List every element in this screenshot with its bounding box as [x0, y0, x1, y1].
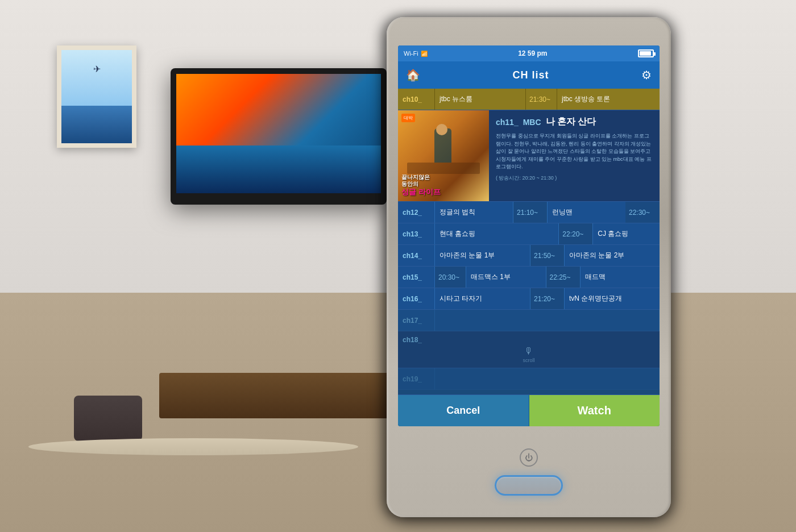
channel-row-ch17[interactable]: ch17_	[398, 310, 660, 331]
ch16-next: tvN 순위명단공개	[565, 288, 660, 309]
ch11-thumbnail: 대박 끝나지않은 동안의 싱글 라이프	[398, 110, 489, 201]
channel-row-ch10[interactable]: ch10_ jtbc 뉴스룸 21:30~ jtbc 생방송 토론	[398, 89, 660, 110]
ch15-next-time: 22:25~	[546, 267, 581, 288]
ch14-number: ch14_	[398, 245, 435, 266]
ch13-time: 22:20~	[559, 223, 593, 244]
header-bar: 🏠 CH list ⚙	[398, 61, 660, 89]
ch16-time: 21:20~	[530, 288, 565, 309]
battery-fill	[640, 51, 651, 56]
status-time: 12 59 pm	[518, 49, 547, 57]
home-button[interactable]: 🏠	[406, 68, 420, 82]
ch11-description: 전현무를 중심으로 무지개 회원들의 싱글 라이프를 소개하는 프로그램이다. …	[496, 132, 653, 171]
device-container: Wi-Fi 📶 12 59 pm 🏠 CH list ⚙	[387, 17, 671, 517]
ch12-number: ch12_	[398, 202, 435, 223]
watch-button[interactable]: Watch	[529, 395, 660, 426]
power-button[interactable]: ⏻	[520, 448, 538, 467]
wall-painting: ✈	[57, 45, 136, 148]
channel-row-ch16[interactable]: ch16_ 시타고 타자기 21:20~ tvN 순위명단공개	[398, 288, 660, 310]
cancel-button[interactable]: Cancel	[398, 395, 529, 426]
channel-row-ch14[interactable]: ch14_ 아마존의 눈물 1부 21:50~ 아마존의 눈물 2부	[398, 245, 660, 267]
channel-row-ch18[interactable]: ch18_ 🎙 scroll	[398, 331, 660, 368]
ch16-number: ch16_	[398, 288, 435, 309]
ch15-number: ch15_	[398, 267, 435, 288]
channel-row-ch12[interactable]: ch12_ 정글의 법칙 21:10~ 런닝맨 22:30~	[398, 202, 660, 223]
ch10-program: jtbc 뉴스룸	[435, 89, 526, 110]
tv-screen	[176, 74, 381, 193]
ch11-thumb-text: 끝나지않은 동안의 싱글 라이프	[401, 174, 441, 197]
ch10-next: jtbc 생방송 토론	[557, 89, 660, 110]
settings-button[interactable]: ⚙	[641, 68, 652, 82]
tv-cabinet	[159, 373, 398, 418]
wifi-indicator: Wi-Fi 📶	[404, 50, 428, 57]
ch14-next: 아마존의 눈물 2부	[565, 245, 660, 266]
ch19-program	[435, 368, 660, 389]
ch15-time: 20:30~	[435, 267, 466, 288]
scroll-label: scroll	[523, 358, 534, 363]
channel-list: ch10_ jtbc 뉴스룸 21:30~ jtbc 생방송 토론	[398, 89, 660, 394]
home-oval-button[interactable]	[495, 475, 563, 496]
ch10-number: ch10_	[398, 89, 435, 110]
channel-row-ch13[interactable]: ch13_ 현대 홈쇼핑 22:20~ CJ 홈쇼핑	[398, 223, 660, 245]
device-frame: Wi-Fi 📶 12 59 pm 🏠 CH list ⚙	[387, 17, 671, 517]
ch13-number: ch13_	[398, 223, 435, 244]
wifi-signal-icon: 📶	[421, 51, 428, 57]
wifi-icon: Wi-Fi	[404, 50, 418, 57]
ch11-title: 나 혼자 산다	[546, 116, 596, 128]
channel-row-ch19[interactable]: ch19_	[398, 368, 660, 390]
ch15-next: 매드맥	[581, 267, 660, 288]
ch16-program: 시타고 타자기	[435, 288, 530, 309]
ch11-number: ch11_	[496, 118, 519, 127]
ch18-number: ch18_	[398, 336, 422, 344]
ch19-number: ch19_	[398, 368, 435, 389]
ch12-next-time: 22:30~	[625, 202, 660, 223]
page-title: CH list	[512, 69, 549, 81]
scroll-icon: 🎙	[524, 346, 533, 356]
ch13-program: 현대 홈쇼핑	[435, 223, 559, 244]
ch11-info: ch11_ MBC 나 혼자 산다 전현무를 중심으로 무지개 회원들의 싱글 …	[489, 110, 660, 201]
ch14-program: 아마존의 눈물 1부	[435, 245, 530, 266]
rug	[28, 438, 358, 455]
ch11-airtime: ( 방송시간: 20:20 ~ 21:30 )	[496, 174, 653, 182]
status-bar: Wi-Fi 📶 12 59 pm	[398, 45, 660, 61]
tv-frame	[171, 68, 387, 205]
power-icon: ⏻	[525, 453, 533, 462]
ch11-badge: 대박	[401, 114, 415, 122]
ch11-network: MBC	[523, 118, 541, 127]
ch12-program: 정글의 법칙	[435, 202, 513, 223]
device-bottom-controls: ⏻	[387, 426, 671, 517]
bottom-buttons: Cancel Watch	[398, 394, 660, 426]
channel-row-ch15[interactable]: ch15_ 20:30~ 매드맥스 1부 22:25~ 매드맥	[398, 267, 660, 288]
battery-indicator	[638, 49, 654, 57]
ottoman	[74, 396, 142, 441]
ch14-time: 21:50~	[530, 245, 565, 266]
channel-row-ch11[interactable]: 대박 끝나지않은 동안의 싱글 라이프 ch11_ MBC	[398, 110, 660, 202]
ch13-next: CJ 홈쇼핑	[593, 223, 660, 244]
ch15-program: 매드맥스 1부	[466, 267, 546, 288]
ch10-time: 21:30~	[526, 89, 557, 110]
ch17-number: ch17_	[398, 310, 435, 331]
ch12-time: 21:10~	[513, 202, 548, 223]
device-screen: Wi-Fi 📶 12 59 pm 🏠 CH list ⚙	[398, 45, 660, 426]
ch17-program	[435, 310, 660, 331]
ch12-next: 런닝맨	[548, 202, 625, 223]
